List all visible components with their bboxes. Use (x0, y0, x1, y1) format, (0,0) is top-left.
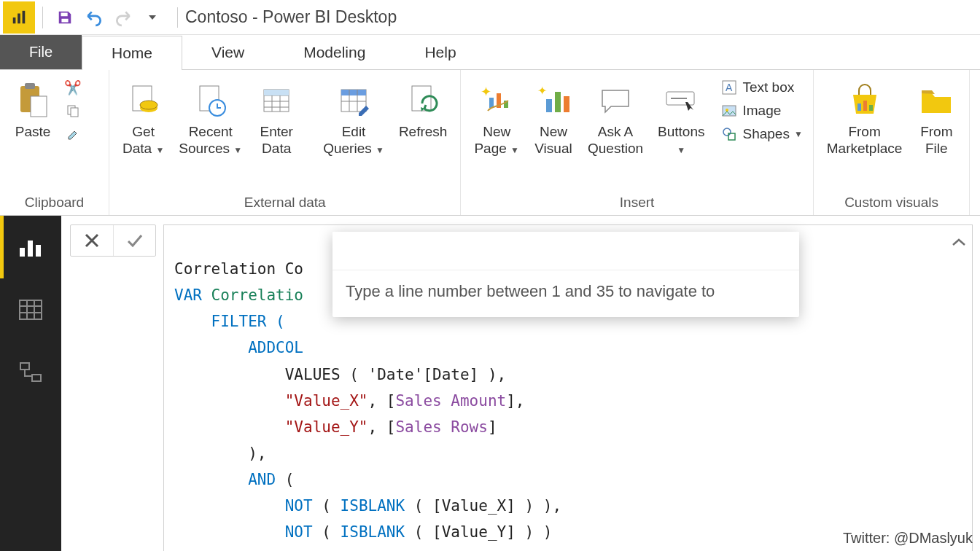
chart-sparkle-icon: ✦ (479, 77, 514, 124)
svg-rect-54 (32, 375, 41, 381)
paste-label: Paste (15, 124, 51, 141)
fromfile-label: From File (920, 124, 952, 157)
copy-button[interactable] (61, 101, 85, 121)
copy-icon (64, 102, 82, 120)
new-page-button[interactable]: ✦ New Page ▼ (468, 74, 525, 160)
refresh-icon (408, 77, 438, 124)
svg-rect-47 (36, 245, 41, 257)
table-icon (19, 300, 42, 320)
group-label: Custom visuals (821, 192, 962, 211)
database-icon (128, 77, 159, 124)
get-data-label: Get Data ▼ (122, 124, 164, 157)
title-bar: Contoso - Power BI Desktop (0, 0, 980, 35)
shapes-icon (720, 125, 738, 143)
svg-rect-7 (71, 108, 78, 117)
bar-chart-icon (18, 236, 43, 258)
group-clipboard: Paste ✂️ Clipboard (0, 70, 109, 215)
recent-icon (195, 77, 226, 124)
buttons-label: Buttons▼ (658, 124, 704, 157)
newpage-label: New Page ▼ (474, 124, 519, 157)
svg-rect-4 (25, 83, 35, 89)
svg-rect-5 (31, 96, 47, 117)
nav-data-view[interactable] (0, 278, 61, 341)
get-data-button[interactable]: Get Data ▼ (117, 74, 170, 160)
svg-point-40 (723, 128, 731, 136)
image-button[interactable]: Image (718, 101, 805, 121)
textbox-label: Text box (742, 79, 794, 95)
group-label: Insert (468, 192, 805, 211)
svg-rect-43 (863, 101, 867, 111)
refresh-button[interactable]: Refresh (393, 74, 454, 144)
tab-home[interactable]: Home (82, 36, 182, 70)
buttons-button[interactable]: Buttons▼ (652, 74, 710, 160)
text-box-button[interactable]: AText box (718, 77, 805, 98)
svg-rect-48 (20, 300, 42, 319)
edit-queries-button[interactable]: Edit Queries ▼ (317, 74, 390, 160)
separator (42, 7, 43, 28)
nav-model-view[interactable] (0, 341, 61, 404)
folder-icon (919, 77, 954, 124)
svg-rect-19 (264, 90, 289, 95)
ribbon: Paste ✂️ Clipboard Get Data ▼ Recent Sou… (0, 70, 980, 216)
ask-question-button[interactable]: Ask A Question (582, 74, 649, 160)
shapes-button[interactable]: Shapes ▼ (718, 124, 805, 144)
marketplace-label: From Marketplace (827, 124, 903, 157)
group-label: Clipboard (7, 192, 101, 211)
enter-label: Enter Data (260, 124, 292, 157)
marketplace-icon (847, 77, 882, 124)
from-marketplace-button[interactable]: From Marketplace (821, 74, 909, 160)
textbox-icon: A (720, 79, 738, 96)
button-cursor-icon (664, 77, 699, 124)
cut-button[interactable]: ✂️ (61, 77, 85, 98)
window-title: Contoso - Power BI Desktop (185, 7, 397, 27)
image-label: Image (742, 103, 781, 119)
speech-bubble-icon (599, 77, 631, 124)
svg-rect-46 (28, 241, 33, 257)
enter-data-button[interactable]: Enter Data (251, 74, 302, 160)
goto-line-input[interactable] (332, 232, 799, 270)
scissors-icon: ✂️ (64, 79, 82, 96)
relationship-icon (19, 362, 42, 383)
group-insert: ✦ New Page ▼ ✦ New Visual Ask A Question… (461, 70, 813, 215)
clipboard-icon (16, 77, 50, 124)
save-button[interactable] (53, 6, 77, 29)
paste-button[interactable]: Paste (7, 74, 58, 144)
recent-sources-button[interactable]: Recent Sources ▼ (173, 74, 248, 160)
left-nav (0, 216, 61, 551)
ask-label: Ask A Question (588, 124, 643, 157)
svg-point-10 (140, 101, 158, 109)
group-label: External data (117, 192, 453, 211)
quick-access-toolbar (47, 6, 170, 29)
separator (177, 7, 178, 28)
undo-button[interactable] (82, 6, 106, 29)
tab-file[interactable]: File (0, 35, 82, 69)
group-external-data: Get Data ▼ Recent Sources ▼ Enter Data E… (109, 70, 461, 215)
tab-modeling[interactable]: Modeling (274, 35, 395, 69)
cancel-formula-button[interactable] (71, 225, 113, 256)
shapes-label: Shapes (742, 126, 789, 142)
bar-chart-icon: ✦ (536, 77, 571, 124)
svg-text:A: A (726, 82, 733, 93)
goto-line-hint: Type a line number between 1 and 35 to n… (332, 270, 799, 317)
commit-formula-button[interactable] (113, 225, 155, 256)
edit-label: Edit Queries ▼ (323, 124, 384, 157)
nav-report-view[interactable] (0, 216, 61, 278)
format-painter-button[interactable] (61, 124, 85, 144)
svg-rect-1 (18, 13, 20, 23)
qat-customize-button[interactable] (141, 6, 164, 29)
image-icon (720, 102, 738, 120)
redo-button[interactable] (112, 6, 135, 29)
svg-text:✦: ✦ (481, 85, 491, 99)
from-file-button[interactable]: From File (911, 74, 962, 160)
brush-icon (64, 125, 82, 143)
expand-formula-button[interactable] (952, 230, 966, 256)
new-visual-button[interactable]: ✦ New Visual (528, 74, 579, 160)
svg-rect-32 (555, 92, 561, 112)
tab-view[interactable]: View (182, 35, 274, 69)
refresh-label: Refresh (399, 124, 448, 141)
tab-help[interactable]: Help (395, 35, 486, 69)
svg-rect-44 (869, 105, 873, 111)
table-icon (261, 77, 292, 124)
goto-line-popup: Type a line number between 1 and 35 to n… (332, 232, 799, 317)
group-custom-visuals: From Marketplace From File Custom visual… (814, 70, 971, 215)
